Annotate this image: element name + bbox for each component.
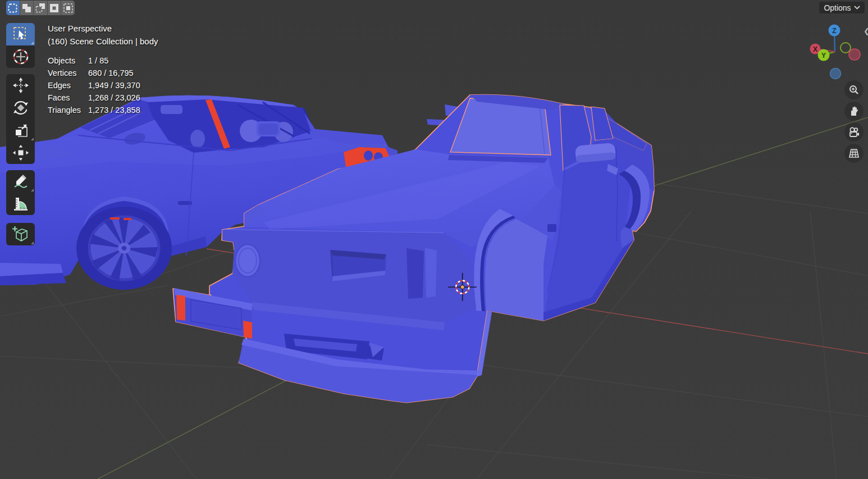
svg-text:X: X [813, 45, 817, 53]
svg-text:Z: Z [832, 27, 836, 35]
svg-text:Y: Y [821, 52, 826, 60]
